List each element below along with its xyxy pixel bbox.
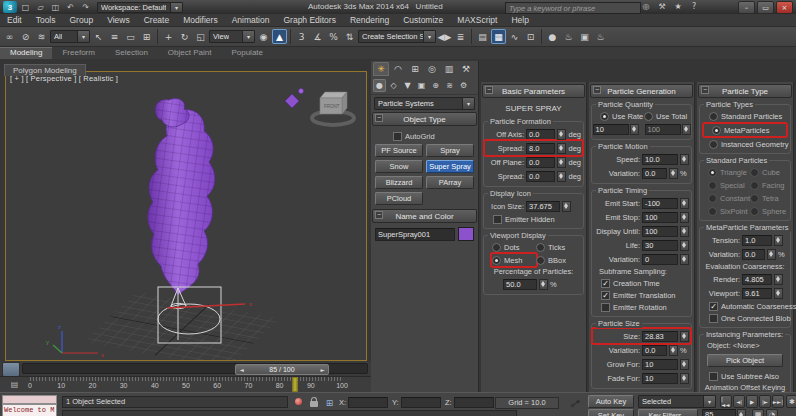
spinner[interactable] xyxy=(680,359,689,370)
time-config-icon[interactable]: ◔ xyxy=(766,409,778,416)
menu-group[interactable]: Group xyxy=(63,14,101,27)
facing-option[interactable]: Facing xyxy=(750,179,787,191)
dots-option[interactable]: Dots xyxy=(492,241,536,253)
modify-tab[interactable]: ◠ xyxy=(390,62,406,76)
size-field[interactable]: 28.83 xyxy=(642,331,678,342)
menu-create[interactable]: Create xyxy=(137,14,177,27)
emitter-rotation-checkbox[interactable] xyxy=(601,303,610,312)
z-coordinate-field[interactable] xyxy=(454,397,494,408)
hierarchy-tab[interactable]: ⊞ xyxy=(407,62,423,76)
facing-radio[interactable] xyxy=(750,181,759,190)
mesh-option-annotated[interactable]: Mesh xyxy=(492,254,536,266)
spray-button[interactable]: Spray xyxy=(426,144,474,157)
pf-source-button[interactable]: PF Source xyxy=(375,144,423,157)
angle-snap-icon[interactable]: ∡ xyxy=(310,29,325,44)
emit-stop-field[interactable]: 100 xyxy=(642,212,678,223)
favorites-icon[interactable]: ★ xyxy=(672,1,684,12)
creation-time-checkbox[interactable] xyxy=(601,279,610,288)
key-filters-button[interactable]: Key Filters... xyxy=(638,409,698,416)
selection-filter-dropdown[interactable]: All ▾ xyxy=(50,30,90,43)
spinner[interactable] xyxy=(767,249,776,260)
percent-snap-icon[interactable]: % xyxy=(326,29,341,44)
ticks-option[interactable]: Ticks xyxy=(536,241,580,253)
constant-option[interactable]: Constant xyxy=(708,192,750,204)
next-frame-arrow[interactable]: ► xyxy=(317,365,328,374)
open-file-icon[interactable]: ▱ xyxy=(34,2,47,13)
sixpoint-radio[interactable] xyxy=(708,207,717,216)
motion-variation-field[interactable]: 0.0 xyxy=(642,168,667,179)
go-to-end-button[interactable]: ►►| xyxy=(772,395,784,408)
helpers-icon[interactable]: ⊕ xyxy=(429,79,442,92)
spinner[interactable] xyxy=(562,201,571,212)
use-rate-option[interactable]: Use Rate xyxy=(600,110,644,122)
unlink-selection-icon[interactable]: ⊘ xyxy=(18,29,33,44)
metaparticles-radio[interactable] xyxy=(712,126,721,135)
key-mode-icon[interactable]: ▦ xyxy=(752,409,764,416)
time-slider-track[interactable]: ◄ 85 / 100 ► xyxy=(22,363,368,374)
spinner[interactable] xyxy=(680,212,689,223)
emitter-translation-checkbox[interactable] xyxy=(601,291,610,300)
ribbon-tab-selection[interactable]: Selection xyxy=(105,47,158,59)
bind-to-space-warp-icon[interactable]: ≋ xyxy=(34,29,49,44)
current-frame-marker[interactable] xyxy=(293,377,298,392)
cube-radio[interactable] xyxy=(750,168,759,177)
use-rate-radio[interactable] xyxy=(600,112,609,121)
select-and-manipulate-icon[interactable]: ▲ xyxy=(272,29,287,44)
previous-frame-arrow[interactable]: ◄ xyxy=(236,365,247,374)
macro-recorder-field[interactable] xyxy=(2,395,57,404)
open-mini-curve-editor-button[interactable] xyxy=(2,362,20,377)
constant-radio[interactable] xyxy=(708,194,717,203)
new-key-icon[interactable]: ✱ xyxy=(786,395,796,408)
one-connected-blob-checkbox[interactable] xyxy=(709,314,718,323)
parray-button[interactable]: PArray xyxy=(426,176,474,189)
material-editor-icon[interactable]: ● xyxy=(545,29,560,44)
spinner[interactable] xyxy=(682,124,691,135)
scene-explorer-icon[interactable]: ▦ xyxy=(491,29,506,44)
geometry-category-dropdown[interactable]: Particle Systems ▾ xyxy=(374,97,475,110)
super-spray-button[interactable]: Super Spray xyxy=(426,160,474,173)
sphere-option[interactable]: Sphere xyxy=(750,205,787,217)
snow-button[interactable]: Snow xyxy=(375,160,423,173)
rate-field[interactable]: 10 xyxy=(593,124,629,135)
time-slider-handle[interactable]: ◄ 85 / 100 ► xyxy=(235,364,329,375)
viewcube[interactable]: FRONT xyxy=(312,92,354,125)
spinner[interactable] xyxy=(737,409,746,416)
spinner[interactable] xyxy=(539,279,548,290)
systems-icon[interactable]: ⚙ xyxy=(457,79,470,92)
spinner[interactable] xyxy=(680,226,689,237)
spinner[interactable] xyxy=(630,124,639,135)
use-total-option[interactable]: Use Total xyxy=(644,110,688,122)
ribbon-tab-modeling[interactable]: Modeling xyxy=(0,47,52,59)
absolute-mode-icon[interactable]: ⊞ xyxy=(324,397,335,408)
basic-parameters-rollout-header[interactable]: − Basic Parameters xyxy=(482,84,585,98)
spinner[interactable] xyxy=(557,157,566,168)
collapse-icon[interactable]: − xyxy=(375,211,383,219)
ribbon-tab-freeform[interactable]: Freeform xyxy=(52,47,104,59)
ribbon-tab-object-paint[interactable]: Object Paint xyxy=(158,47,222,59)
polygon-modeling-panel-tab[interactable]: Polygon Modeling xyxy=(4,64,86,76)
schematic-view-icon[interactable]: ⊡ xyxy=(523,29,538,44)
pick-object-button[interactable]: Pick Object xyxy=(707,354,783,367)
collapse-icon[interactable]: − xyxy=(701,86,709,94)
life-field[interactable]: 30 xyxy=(642,240,678,251)
use-total-radio[interactable] xyxy=(644,112,653,121)
speed-field[interactable]: 10.0 xyxy=(642,154,678,165)
pcloud-button[interactable]: PCloud xyxy=(375,192,423,205)
shapes-icon[interactable]: ◇ xyxy=(387,79,400,92)
maxscript-listener-field[interactable]: Welcome to M xyxy=(2,404,57,416)
set-key-button[interactable]: Set Key xyxy=(588,409,634,416)
menu-help[interactable]: Help xyxy=(504,14,535,27)
settings-icon[interactable]: ⚒ xyxy=(656,1,668,12)
emit-start-field[interactable]: -100 xyxy=(642,198,678,209)
restore-button[interactable]: ▭ xyxy=(757,1,774,14)
spinner[interactable] xyxy=(774,235,783,246)
play-button[interactable]: ▶ xyxy=(746,395,758,408)
automatic-coarseness-checkbox[interactable] xyxy=(709,302,718,311)
fade-for-field[interactable]: 10 xyxy=(642,373,678,384)
select-and-rotate-icon[interactable]: ↻ xyxy=(177,29,192,44)
instanced-geometry-option[interactable]: Instanced Geometry xyxy=(701,138,789,150)
cube-option[interactable]: Cube xyxy=(750,166,787,178)
render-setup-icon[interactable]: ♨ xyxy=(561,29,576,44)
align-icon[interactable]: ≣ xyxy=(453,29,468,44)
search-input[interactable] xyxy=(505,2,641,14)
